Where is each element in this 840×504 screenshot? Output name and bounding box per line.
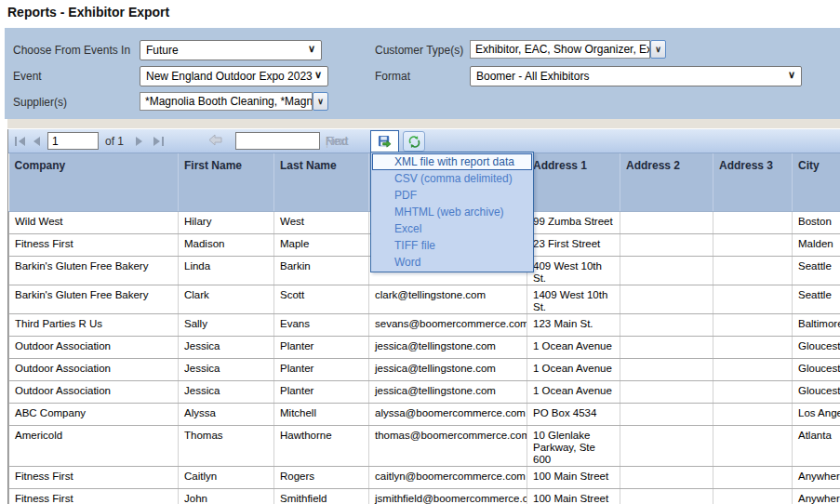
column-header[interactable]: First Name <box>179 153 274 211</box>
table-cell <box>620 403 713 425</box>
first-page-icon[interactable] <box>14 136 29 147</box>
report-viewer: of 1 Find | Next ▾ <box>7 129 840 504</box>
table-cell: ABC Company <box>9 403 179 425</box>
table-cell: Fitness First <box>9 488 179 504</box>
table-cell: 1 Ocean Avenue <box>527 336 620 358</box>
table-cell: Sally <box>179 313 274 336</box>
column-header[interactable]: Address 3 <box>713 153 793 211</box>
table-cell: thomas@boomercommerce.com <box>369 425 527 466</box>
table-cell: Outdoor Association <box>9 358 179 380</box>
next-page-icon[interactable] <box>135 136 150 147</box>
page-title: Reports - Exhibitor Export <box>7 5 169 20</box>
table-cell: Madison <box>179 233 274 256</box>
table-cell <box>620 256 713 285</box>
events-in-value: Future <box>146 44 179 57</box>
events-in-select[interactable]: Future ∨ <box>140 40 322 60</box>
table-cell: Malden <box>793 233 840 256</box>
chevron-down-icon: ∨ <box>788 69 795 81</box>
export-button[interactable]: ▾ <box>370 130 399 153</box>
export-menu-item[interactable]: Excel <box>372 220 532 237</box>
table-cell: Los Angeles <box>793 403 840 425</box>
chevron-down-icon: ∨ <box>314 69 322 81</box>
table-cell: 23 First Street <box>527 233 620 256</box>
supplier-dropdown-button[interactable]: ∨ <box>313 92 328 111</box>
table-cell: Planter <box>274 336 369 358</box>
table-cell: Fitness First <box>9 466 179 488</box>
page-count-label: of 1 <box>105 135 124 148</box>
table-cell <box>713 285 793 313</box>
table-cell: clark@tellingstone.com <box>369 285 527 313</box>
table-cell: alyssa@boomercommerce.com <box>369 403 527 425</box>
format-value: Boomer - All Exhibitors <box>476 70 589 83</box>
format-select[interactable]: Boomer - All Exhibitors ∨ <box>470 66 802 86</box>
table-cell <box>713 403 793 425</box>
export-menu: XML file with report dataCSV (comma deli… <box>370 152 534 272</box>
table-cell <box>620 285 713 313</box>
table-cell: 1 Ocean Avenue <box>527 380 620 403</box>
export-menu-item[interactable]: MHTML (web archive) <box>372 204 532 220</box>
table-cell: Jessica <box>179 358 274 380</box>
table-cell <box>620 336 713 358</box>
table-cell <box>713 466 793 488</box>
table-cell: Thomas <box>179 425 274 466</box>
search-input[interactable] <box>235 132 320 150</box>
table-cell: Hilary <box>179 211 274 233</box>
table-cell: Baltimore <box>793 313 840 336</box>
table-row: AmericoldThomasHawthornethomas@boomercom… <box>9 425 840 466</box>
table-cell <box>620 358 713 380</box>
table-cell: Rogers <box>274 466 369 488</box>
table-cell: jsmithfield@boomercommerce.com <box>369 488 527 504</box>
event-select[interactable]: New England Outdoor Expo 2023 ∨ <box>140 66 328 86</box>
table-cell: Planter <box>274 380 369 403</box>
table-cell: Maple <box>274 233 369 256</box>
column-header[interactable]: Address 1 <box>527 153 620 211</box>
last-page-icon[interactable] <box>153 136 167 147</box>
column-header[interactable]: Address 2 <box>620 153 713 211</box>
table-cell: Wild West <box>9 211 179 233</box>
table-cell <box>713 425 793 466</box>
table-cell: 1409 West 10th St. <box>527 285 620 313</box>
table-cell: Seattle <box>793 256 840 285</box>
chevron-down-icon: ∨ <box>655 45 661 54</box>
table-cell: West <box>274 211 369 233</box>
table-cell <box>620 488 713 504</box>
column-header[interactable]: City <box>793 153 840 211</box>
table-cell: Jessica <box>179 380 274 403</box>
refresh-button[interactable] <box>403 131 425 152</box>
prev-page-icon[interactable] <box>32 136 47 147</box>
table-row: ABC CompanyAlyssaMitchellalyssa@boomerco… <box>9 403 840 425</box>
refresh-icon <box>407 135 421 149</box>
table-cell: John <box>179 488 274 504</box>
filter-panel: Choose From Events In Future ∨ Customer … <box>5 28 840 119</box>
page-number-input[interactable] <box>47 132 99 150</box>
customer-type-input[interactable]: Exhibitor, EAC, Show Organizer, Ext <box>470 40 650 59</box>
export-menu-item[interactable]: CSV (comma delimited) <box>372 170 532 187</box>
column-header[interactable]: Last Name <box>274 153 369 211</box>
table-cell: Seattle <box>793 285 840 313</box>
table-cell <box>620 233 713 256</box>
customer-type-dropdown-button[interactable]: ∨ <box>650 40 666 59</box>
table-cell: 123 Main St. <box>527 313 620 336</box>
table-cell: Fitness First <box>9 233 179 256</box>
table-cell: Anywhere <box>793 488 840 504</box>
table-cell: 10 Glenlake Parkway, Ste 600 <box>527 425 620 466</box>
table-cell: Clark <box>179 285 274 313</box>
table-cell: Mitchell <box>274 403 369 425</box>
table-cell <box>713 358 793 380</box>
table-cell: 1 Ocean Avenue <box>527 358 620 380</box>
export-menu-item[interactable]: TIFF file <box>372 237 532 254</box>
next-link[interactable]: Next <box>326 135 349 148</box>
export-menu-item[interactable]: Word <box>372 254 532 271</box>
table-cell: 100 Main Street <box>527 488 620 504</box>
table-cell: Smithfield <box>274 488 369 504</box>
table-cell: Barkin's Gluten Free Bakery <box>9 285 179 313</box>
table-cell: 99 Zumba Street <box>527 211 620 233</box>
table-cell: 409 West 10th St. <box>527 256 620 285</box>
export-menu-item[interactable]: XML file with report data <box>372 153 532 170</box>
table-cell <box>713 336 793 358</box>
table-cell: Gloucester <box>793 336 840 358</box>
table-cell <box>713 256 793 285</box>
supplier-input[interactable]: *Magnolia Booth Cleaning, *Magnol <box>140 92 313 111</box>
column-header[interactable]: Company <box>9 153 179 211</box>
export-menu-item[interactable]: PDF <box>372 187 532 204</box>
